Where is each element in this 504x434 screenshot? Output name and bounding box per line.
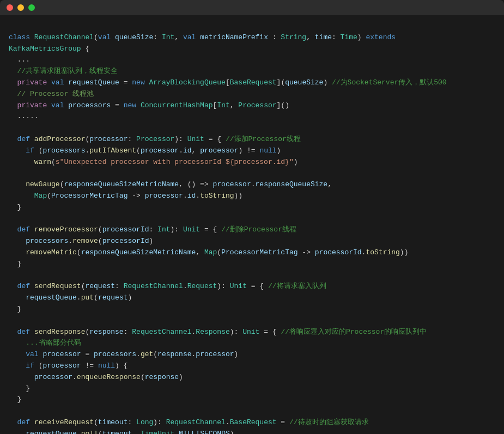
code-line-29: ...省略部分代码 [9,338,495,349]
code-line-26: } [9,304,495,315]
code-line-13: warn(s"Unexpected processor with process… [9,157,495,168]
window: class RequestChannel(val queueSize: Int,… [0,0,504,434]
code-line-6: private val requestQueue = new ArrayBloc… [9,77,495,89]
code-line-36: def receiveRequest(timeout: Long): Reque… [9,417,495,429]
code-line-28: def sendResponse(response: RequestChanne… [9,327,495,338]
traffic-lights [7,4,35,11]
code-line-31: if (processor != null) { [9,360,495,372]
code-line-14 [9,168,495,179]
code-area: class RequestChannel(val queueSize: Int,… [0,15,504,434]
code-line-4: ... [9,54,495,66]
code-line-20: processors.remove(processorId) [9,236,495,247]
code-line-32: processor.enqueueResponse(response) [9,372,495,383]
code-line-7: // Processor 线程池 [9,89,495,100]
code-line-17: } [9,202,495,213]
code-line-21: removeMetric(responseQueueSizeMetricName… [9,247,495,259]
code-line-24: def sendRequest(request: RequestChannel.… [9,281,495,292]
code-line-5: //共享请求阻塞队列，线程安全 [9,66,495,77]
code-line-8: private val processors = new ConcurrentH… [9,100,495,112]
maximize-button[interactable] [28,4,35,11]
code-line-37: requestQueue.poll(timeout, TimeUnit.MILL… [9,429,495,434]
code-line-30: val processor = processors.get(response.… [9,349,495,360]
code-line-2: class RequestChannel(val queueSize: Int,… [9,32,495,44]
code-line-9: ..... [9,111,495,123]
code-line-1 [9,21,495,32]
code-line-25: requestQueue.put(request) [9,292,495,304]
code-line-10 [9,123,495,134]
titlebar [0,0,504,15]
code-line-22: } [9,259,495,270]
code-line-16: Map(ProcessorMetricTag -> processor.id.t… [9,191,495,202]
code-line-27 [9,315,495,327]
code-line-18 [9,213,495,225]
code-line-35 [9,406,495,417]
code-line-19: def removeProcessor(processorId: Int): U… [9,224,495,236]
code-line-3: KafkaMetricsGroup { [9,44,495,55]
code-line-34: } [9,394,495,406]
minimize-button[interactable] [17,4,24,11]
code-line-23 [9,270,495,282]
code-line-11: def addProcessor(processor: Processor): … [9,134,495,145]
code-line-33: } [9,383,495,395]
code-line-15: newGauge(responseQueueSizeMetricName, ()… [9,179,495,191]
close-button[interactable] [7,4,13,11]
code-line-12: if (processors.putIfAbsent(processor.id,… [9,145,495,157]
